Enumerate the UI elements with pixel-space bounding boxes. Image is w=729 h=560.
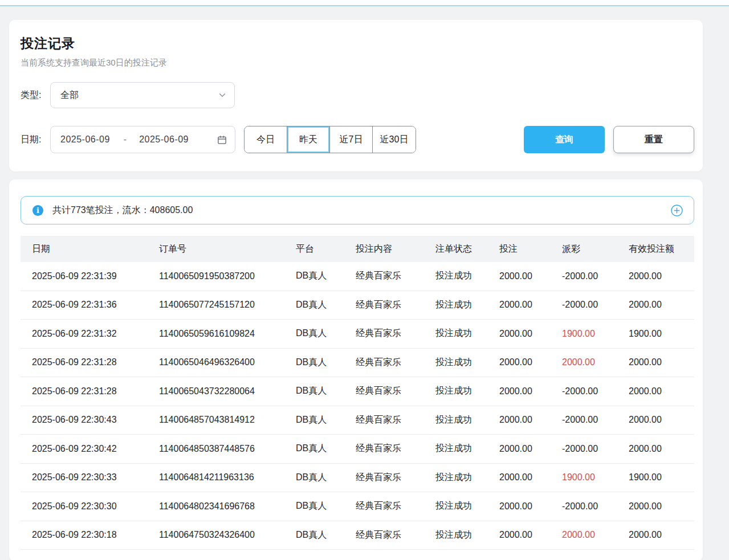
- table-row: 2025-06-09 22:31:391140065091950387200DB…: [21, 262, 694, 291]
- cell-bet-amount: 2000.00: [488, 386, 551, 397]
- calendar-icon: [217, 135, 227, 145]
- cell-date: 2025-06-09 22:30:33: [21, 472, 148, 483]
- cell-bet-content: 经典百家乐: [344, 385, 424, 397]
- table-row: 2025-06-09 22:31:321140065059616109824DB…: [21, 320, 694, 349]
- cell-order-status: 投注成功: [424, 414, 488, 426]
- info-icon: i: [32, 205, 43, 216]
- chevron-down-icon: [218, 91, 226, 99]
- quick-range-yesterday-button[interactable]: 昨天: [287, 126, 330, 153]
- table-row: 2025-06-09 22:31:361140065077245157120DB…: [21, 291, 694, 320]
- cell-platform: DB真人: [284, 443, 344, 455]
- type-select[interactable]: 全部: [50, 82, 235, 108]
- date-end-value[interactable]: 2025-06-09: [139, 134, 189, 145]
- date-start-value[interactable]: 2025-06-09: [60, 134, 110, 145]
- column-header: 平台: [284, 243, 344, 255]
- page-subtitle: 当前系统支持查询最近30日的投注记录: [21, 58, 694, 68]
- cell-order-status: 投注成功: [424, 500, 488, 512]
- cell-payout: -2000.00: [551, 415, 617, 425]
- cell-order-status: 投注成功: [424, 472, 488, 484]
- summary-banner: i 共计773笔投注，流水：408605.00: [21, 196, 694, 224]
- cell-payout: 2000.00: [551, 530, 617, 540]
- cell-date: 2025-06-09 22:31:32: [21, 329, 148, 339]
- cell-bet-amount: 2000.00: [488, 501, 551, 512]
- column-header: 注单状态: [424, 243, 488, 255]
- cell-order-status: 投注成功: [424, 270, 488, 282]
- reset-button[interactable]: 重置: [613, 126, 694, 153]
- type-filter-row: 类型: 全部: [21, 82, 694, 108]
- betting-records-page: 投注记录 当前系统支持查询最近30日的投注记录 类型: 全部 日期: 2025-…: [0, 6, 729, 560]
- cell-valid-bet-amount: 2000.00: [617, 444, 694, 454]
- cell-payout: 2000.00: [551, 357, 617, 367]
- cell-bet-content: 经典百家乐: [344, 500, 424, 512]
- column-header: 日期: [21, 243, 148, 255]
- cell-bet-amount: 2000.00: [488, 530, 551, 540]
- cell-order-status: 投注成功: [424, 385, 488, 397]
- bets-table: 日期订单号平台投注内容注单状态投注派彩有效投注额 2025-06-09 22:3…: [21, 236, 694, 550]
- cell-payout: -2000.00: [551, 271, 617, 281]
- cell-valid-bet-amount: 1900.00: [617, 472, 694, 483]
- cell-valid-bet-amount: 1900.00: [617, 329, 694, 339]
- table-row: 2025-06-09 22:30:301140064802341696768DB…: [21, 492, 694, 521]
- cell-order-id: 1140065046496326400: [148, 357, 284, 367]
- cell-bet-content: 经典百家乐: [344, 328, 424, 340]
- date-range-input[interactable]: 2025-06-09 - 2025-06-09: [50, 126, 235, 153]
- cell-order-status: 投注成功: [424, 529, 488, 541]
- page-title: 投注记录: [21, 35, 694, 52]
- column-header: 派彩: [551, 243, 617, 255]
- cell-platform: DB真人: [284, 385, 344, 397]
- cell-date: 2025-06-09 22:31:36: [21, 300, 148, 310]
- summary-text: 共计773笔投注，流水：408605.00: [52, 205, 193, 216]
- cell-order-status: 投注成功: [424, 357, 488, 369]
- date-separator: -: [124, 134, 127, 145]
- cell-bet-content: 经典百家乐: [344, 270, 424, 282]
- table-row: 2025-06-09 22:30:431140064857043814912DB…: [21, 406, 694, 435]
- cell-valid-bet-amount: 2000.00: [617, 271, 694, 281]
- cell-order-id: 1140065059616109824: [148, 329, 284, 339]
- cell-order-id: 1140064750324326400: [148, 530, 284, 540]
- cell-bet-amount: 2000.00: [488, 472, 551, 483]
- column-header: 订单号: [148, 243, 284, 255]
- table-header-row: 日期订单号平台投注内容注单状态投注派彩有效投注额: [21, 236, 694, 262]
- cell-platform: DB真人: [284, 414, 344, 426]
- table-body: 2025-06-09 22:31:391140065091950387200DB…: [21, 262, 694, 550]
- filters-card: 投注记录 当前系统支持查询最近30日的投注记录 类型: 全部 日期: 2025-…: [9, 20, 703, 171]
- quick-range-group: 今日 昨天 近7日 近30日: [244, 126, 416, 153]
- cell-platform: DB真人: [284, 299, 344, 311]
- cell-order-id: 1140064857043814912: [148, 415, 284, 425]
- cell-order-id: 1140064802341696768: [148, 501, 284, 512]
- quick-range-30days-button[interactable]: 近30日: [373, 126, 416, 153]
- cell-bet-content: 经典百家乐: [344, 443, 424, 455]
- type-select-value: 全部: [60, 89, 218, 101]
- cell-date: 2025-06-09 22:30:43: [21, 415, 148, 425]
- records-card: i 共计773笔投注，流水：408605.00 日期订单号平台投注内容注单状态投…: [9, 179, 703, 560]
- column-header: 投注内容: [344, 243, 424, 255]
- cell-order-id: 1140064850387448576: [148, 444, 284, 454]
- cell-order-status: 投注成功: [424, 299, 488, 311]
- cell-order-id: 1140065077245157120: [148, 300, 284, 310]
- cell-platform: DB真人: [284, 270, 344, 282]
- date-label: 日期:: [21, 134, 50, 146]
- expand-plus-icon[interactable]: [670, 204, 683, 217]
- cell-bet-amount: 2000.00: [488, 444, 551, 454]
- cell-valid-bet-amount: 2000.00: [617, 386, 694, 397]
- cell-order-status: 投注成功: [424, 443, 488, 455]
- query-button[interactable]: 查询: [524, 126, 605, 153]
- cell-bet-amount: 2000.00: [488, 271, 551, 281]
- cell-bet-amount: 2000.00: [488, 357, 551, 367]
- cell-bet-content: 经典百家乐: [344, 357, 424, 369]
- cell-bet-content: 经典百家乐: [344, 414, 424, 426]
- quick-range-7days-button[interactable]: 近7日: [330, 126, 373, 153]
- cell-date: 2025-06-09 22:31:39: [21, 271, 148, 281]
- cell-date: 2025-06-09 22:30:18: [21, 530, 148, 540]
- column-header: 有效投注额: [617, 243, 694, 255]
- cell-date: 2025-06-09 22:31:28: [21, 357, 148, 367]
- cell-order-status: 投注成功: [424, 328, 488, 340]
- table-row: 2025-06-09 22:30:331140064814211963136DB…: [21, 464, 694, 493]
- cell-order-id: 1140064814211963136: [148, 472, 284, 483]
- cell-valid-bet-amount: 2000.00: [617, 357, 694, 367]
- cell-valid-bet-amount: 2000.00: [617, 300, 694, 310]
- cell-date: 2025-06-09 22:31:28: [21, 386, 148, 397]
- cell-payout: -2000.00: [551, 444, 617, 454]
- quick-range-today-button[interactable]: 今日: [245, 126, 287, 153]
- cell-payout: 1900.00: [551, 472, 617, 483]
